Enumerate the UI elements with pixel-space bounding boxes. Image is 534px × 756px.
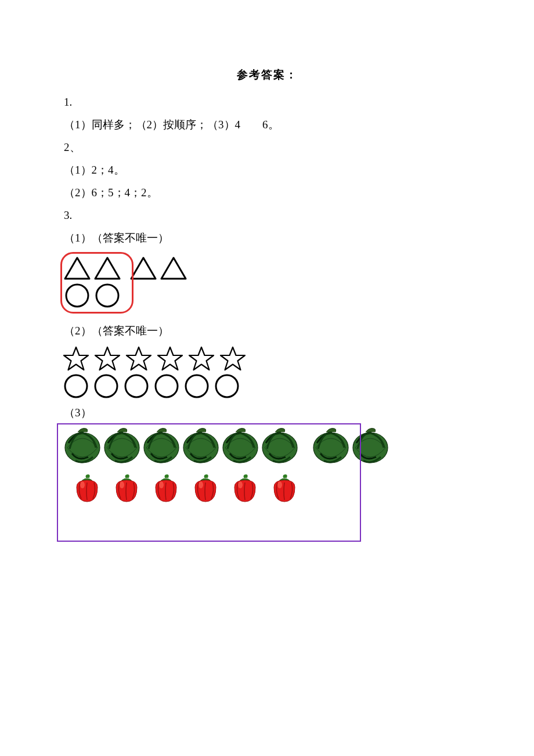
watermelon-icon bbox=[261, 428, 298, 464]
star-icon bbox=[188, 346, 215, 372]
star-row bbox=[63, 346, 470, 372]
pepper-icon bbox=[68, 474, 102, 503]
watermelon-icon bbox=[182, 428, 219, 464]
watermelon-row bbox=[64, 428, 470, 464]
q3-part1-label: （1）（答案不唯一） bbox=[64, 227, 470, 250]
circle-icon bbox=[64, 282, 93, 309]
triangle-icon bbox=[94, 255, 123, 282]
watermelon-icon bbox=[143, 428, 180, 464]
q3-part1-figure bbox=[63, 253, 190, 310]
watermelon-icon bbox=[64, 428, 101, 464]
q3-part2-figure bbox=[63, 346, 470, 399]
circle-icon bbox=[214, 373, 240, 399]
pepper-icon bbox=[147, 474, 181, 503]
star-icon bbox=[63, 346, 89, 372]
star-icon bbox=[157, 346, 183, 372]
circle-row-2 bbox=[63, 373, 470, 399]
q3-number: 3. bbox=[64, 204, 470, 227]
pepper-icon bbox=[266, 474, 300, 503]
star-icon bbox=[94, 346, 121, 372]
circle-row bbox=[64, 282, 189, 309]
watermelon-icon bbox=[222, 428, 259, 464]
triangle-icon bbox=[130, 255, 159, 282]
circle-icon bbox=[93, 373, 120, 399]
watermelon-icon bbox=[312, 428, 349, 464]
watermelon-icon bbox=[352, 428, 389, 464]
triangle-icon bbox=[160, 255, 189, 282]
pepper-icon bbox=[108, 474, 142, 503]
circle-icon bbox=[94, 282, 123, 309]
page-title: 参考答案： bbox=[64, 64, 470, 87]
q3-part2-label: （2）（答案不唯一） bbox=[64, 320, 470, 343]
q1-number: 1. bbox=[64, 91, 470, 114]
triangle-row bbox=[64, 255, 189, 282]
pepper-icon bbox=[226, 474, 260, 503]
q2-number: 2、 bbox=[64, 136, 470, 159]
q3-part3-figure bbox=[63, 428, 470, 503]
circle-icon bbox=[123, 373, 150, 399]
watermelon-icon bbox=[103, 428, 140, 464]
circle-icon bbox=[183, 373, 210, 399]
star-icon bbox=[125, 346, 152, 372]
circle-icon bbox=[153, 373, 180, 399]
pepper-row bbox=[68, 474, 470, 503]
q1-answer-line: （1）同样多；（2）按顺序；（3）4 6。 bbox=[64, 114, 470, 136]
page: 参考答案： 1. （1）同样多；（2）按顺序；（3）4 6。 2、 （1）2；4… bbox=[0, 0, 534, 756]
q2-part1: （1）2；4。 bbox=[64, 159, 470, 182]
pepper-icon bbox=[187, 474, 221, 503]
triangle-icon bbox=[64, 255, 93, 282]
q2-part2: （2）6；5；4；2。 bbox=[64, 182, 470, 204]
circle-icon bbox=[63, 373, 89, 399]
q3-part3-label: （3） bbox=[64, 402, 470, 424]
star-icon bbox=[219, 346, 246, 372]
